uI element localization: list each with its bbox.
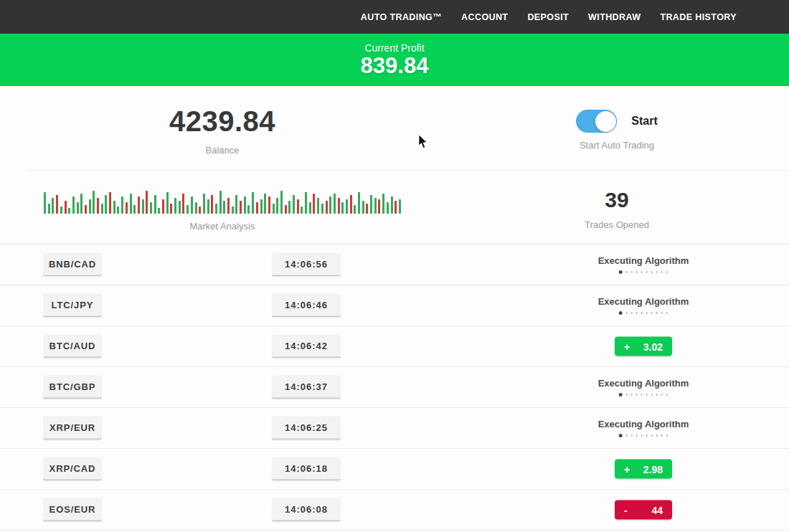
green-candle-bar — [72, 196, 75, 214]
result-sign: + — [624, 341, 630, 352]
start-toggle[interactable] — [576, 110, 617, 133]
top-nav: AUTO TRADING™ACCOUNTDEPOSITWITHDRAWTRADE… — [0, 0, 789, 34]
green-candle-bar — [166, 192, 169, 214]
trade-status-cell: Executing Algorithm — [598, 296, 689, 315]
green-candle-bar — [334, 194, 336, 214]
market-analysis-section: Market Analysis — [0, 171, 445, 244]
loss-badge: -44 — [615, 500, 672, 520]
time-badge: 14:06:25 — [272, 417, 341, 440]
green-candle-bar — [252, 192, 254, 214]
auto-trading-toggle-section: Start Start Auto Trading — [445, 86, 789, 170]
trades-opened-value: 39 — [605, 188, 628, 212]
current-profit-banner: Current Profit 839.84 — [0, 34, 789, 86]
nav-item-deposit[interactable]: DEPOSIT — [527, 12, 569, 22]
green-candle-bar — [130, 194, 132, 214]
progress-dots-icon — [619, 434, 668, 437]
red-candle-bar — [211, 195, 213, 214]
executing-algorithm-label: Executing Algorithm — [598, 296, 689, 307]
green-candle-bar — [154, 195, 156, 214]
red-candle-bar — [199, 206, 201, 214]
red-candle-bar — [182, 194, 184, 214]
executing-algorithm-label: Executing Algorithm — [598, 419, 689, 429]
red-candle-bar — [85, 205, 87, 214]
green-candle-bar — [276, 198, 278, 214]
green-candle-bar — [341, 202, 344, 214]
profit-badge: +3.02 — [615, 337, 672, 356]
red-candle-bar — [366, 204, 368, 214]
result-sign: + — [624, 463, 630, 475]
red-candle-bar — [268, 196, 270, 214]
green-candle-bar — [354, 205, 356, 214]
trade-status-cell: Executing Algorithm — [598, 419, 689, 437]
green-candle-bar — [382, 194, 384, 214]
green-candle-bar — [305, 192, 307, 214]
green-candle-bar — [48, 204, 50, 214]
nav-item-auto-trading[interactable]: AUTO TRADING™ — [361, 12, 442, 22]
red-candle-bar — [162, 199, 164, 214]
green-candle-bar — [105, 195, 107, 214]
trades-table: BNB/CAD 14:06:56 Executing Algorithm LTC… — [0, 244, 789, 531]
nav-item-account[interactable]: ACCOUNT — [461, 12, 508, 22]
progress-dots-icon — [619, 311, 668, 315]
trade-status-cell: -44 — [615, 500, 672, 520]
nav-item-trade-history[interactable]: TRADE HISTORY — [660, 12, 737, 22]
balance-section: 4239.84 Balance — [0, 86, 445, 170]
green-candle-bar — [293, 195, 295, 214]
pair-badge: LTC/JPY — [43, 294, 102, 318]
pair-badge: EOS/EUR — [43, 498, 102, 522]
pair-badge: BTC/AUD — [43, 335, 102, 358]
red-candle-bar — [227, 198, 230, 214]
red-candle-bar — [326, 201, 328, 214]
green-candle-bar — [232, 206, 234, 214]
red-candle-bar — [350, 195, 352, 214]
time-badge: 14:06:46 — [272, 294, 341, 318]
green-candle-bar — [77, 202, 79, 214]
pair-badge: BTC/GBP — [43, 376, 102, 399]
table-row: BNB/CAD 14:06:56 Executing Algorithm — [0, 244, 789, 285]
green-candle-bar — [89, 199, 91, 214]
green-candle-bar — [60, 206, 62, 214]
green-candle-bar — [321, 204, 323, 214]
green-candle-bar — [244, 196, 246, 214]
green-candle-bar — [195, 202, 197, 214]
trade-status-cell: Executing Algorithm — [598, 378, 689, 396]
result-value: 2.98 — [643, 463, 663, 475]
green-candle-bar — [158, 208, 160, 214]
table-row: LTC/JPY 14:06:46 Executing Algorithm — [0, 285, 789, 326]
red-candle-bar — [240, 201, 242, 214]
red-candle-bar — [56, 195, 58, 214]
green-candle-bar — [288, 201, 290, 214]
green-candle-bar — [93, 191, 95, 214]
pair-badge: XRP/CAD — [43, 457, 102, 481]
auto-trading-dashboard: { "nav": { "items": ["AUTO TRADING™", "A… — [0, 0, 789, 532]
progress-dots-icon — [619, 270, 668, 274]
table-row: XRP/EUR 14:06:25 Executing Algorithm — [0, 408, 789, 449]
toggle-knob-icon — [595, 111, 616, 132]
table-row: EOS/EUR 14:06:08 -44 — [0, 490, 789, 531]
red-candle-bar — [285, 205, 287, 214]
pair-badge: BNB/CAD — [43, 253, 102, 277]
green-candle-bar — [346, 199, 348, 214]
green-candle-bar — [264, 194, 266, 214]
stats-row: 4239.84 Balance Start Start Auto Trading — [0, 86, 789, 170]
table-row: XRP/CAD 14:06:18 +2.98 — [0, 449, 789, 490]
balance-label: Balance — [206, 145, 240, 156]
green-candle-bar — [399, 199, 401, 214]
green-candle-bar — [358, 192, 360, 214]
green-candle-bar — [273, 204, 275, 214]
market-row: Market Analysis 39 Trades Opened — [0, 171, 789, 244]
green-candle-bar — [280, 191, 283, 214]
table-row: BTC/AUD 14:06:42 +3.02 — [0, 326, 789, 367]
market-analysis-label: Market Analysis — [189, 221, 255, 232]
red-candle-bar — [313, 194, 315, 214]
nav-item-withdraw[interactable]: WITHDRAW — [588, 12, 641, 22]
pair-badge: XRP/EUR — [43, 417, 102, 440]
green-candle-bar — [174, 198, 176, 214]
green-candle-bar — [329, 196, 331, 214]
green-candle-bar — [370, 195, 372, 214]
start-toggle-label: Start — [631, 115, 657, 128]
green-candle-bar — [309, 202, 311, 214]
red-candle-bar — [378, 199, 380, 214]
green-candle-bar — [80, 194, 82, 214]
red-candle-bar — [146, 191, 148, 214]
